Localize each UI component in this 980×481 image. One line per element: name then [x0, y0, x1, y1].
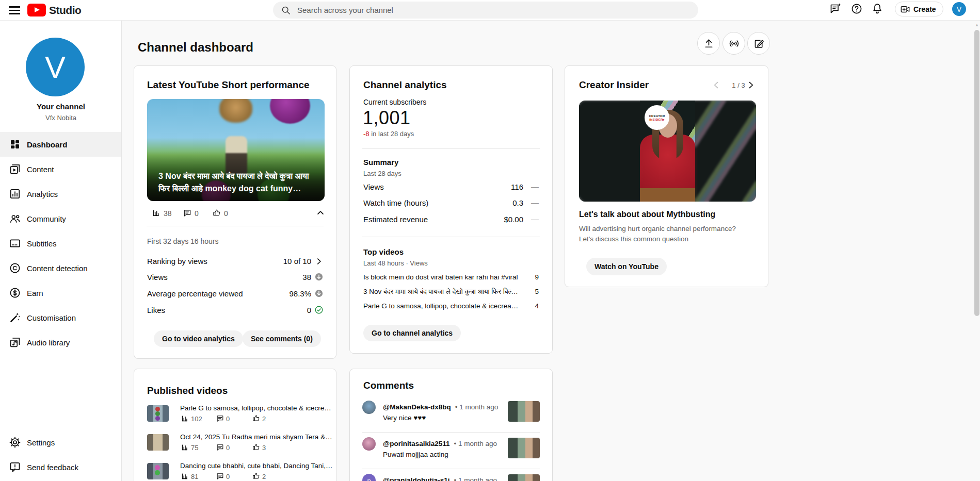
summary-row-value: $0.00 — [504, 215, 523, 224]
short-video-thumbnail[interactable]: 3 Nov बंदर मामा आये बंद पायजा ले देखो कु… — [147, 99, 325, 201]
commenter-avatar[interactable]: p — [362, 474, 376, 481]
divider — [147, 226, 324, 226]
metric-value: 0 — [307, 306, 311, 314]
account-avatar[interactable]: V — [952, 2, 966, 16]
youtube-play-icon — [27, 4, 46, 16]
create-button[interactable]: Create — [895, 2, 943, 16]
commenter-name[interactable]: @pranjaldohutia-s1j• 1 month ago — [383, 476, 497, 481]
no-change-dash: — — [531, 182, 539, 191]
insider-video-title: Let's talk about about Mythbusting — [579, 210, 715, 219]
chevron-left-icon[interactable] — [711, 80, 721, 90]
studio-logo[interactable]: Studio — [27, 4, 81, 16]
subtitles-icon — [9, 237, 21, 250]
go-live-icon — [728, 38, 740, 49]
page-title: Channel dashboard — [138, 40, 253, 55]
chevron-up-icon[interactable] — [315, 208, 326, 218]
create-video-icon — [900, 4, 910, 14]
sidebar-item-customisation[interactable]: Customisation — [0, 305, 121, 330]
content-icon — [9, 163, 21, 175]
no-change-dash: — — [531, 198, 539, 207]
channel-avatar[interactable]: V — [26, 38, 85, 96]
top-video-row[interactable]: Parle G to samosa, lollipop, chocolate &… — [363, 302, 523, 310]
sidebar-item-audio-library[interactable]: Audio library — [0, 330, 121, 355]
search-input[interactable] — [297, 6, 698, 14]
edit-icon — [753, 38, 765, 49]
upload-icon — [703, 38, 715, 49]
comment-video-thumbnail[interactable] — [508, 401, 540, 422]
check-circle-icon — [314, 305, 324, 314]
summary-title: Summary — [363, 158, 398, 167]
sidebar-item-subtitles[interactable]: Subtitles — [0, 231, 121, 256]
commenter-avatar[interactable] — [362, 437, 376, 451]
scrollbar-thumb[interactable] — [974, 30, 979, 316]
published-video-row[interactable]: Dancing cute bhabhi, cute bhabi, Dancing… — [134, 463, 337, 481]
channel-analytics-card: Channel analytics Current subscribers 1,… — [349, 65, 553, 354]
chevron-right-icon[interactable] — [314, 257, 324, 266]
scrollbar-up-arrow[interactable]: ▲ — [974, 23, 979, 28]
insider-video-description: Will advertising hurt organic channel pe… — [579, 224, 749, 244]
video-title: Dancing cute bhabhi, cute bhabi, Dancing… — [180, 462, 333, 470]
down-arrow-circle-icon — [314, 272, 324, 281]
go-to-channel-analytics-button[interactable]: Go to channel analytics — [363, 325, 461, 341]
top-video-views: 9 — [535, 273, 539, 281]
short-period-label: First 32 days 16 hours — [147, 237, 219, 245]
notifications-icon[interactable] — [871, 3, 883, 15]
sidebar-item-earn[interactable]: Earn — [0, 280, 121, 305]
no-change-dash: — — [531, 214, 539, 223]
creator-insider-card: Creator Insider 1 / 3 CREATOR INSIDER▸ L… — [565, 65, 768, 287]
thumb-up-icon — [213, 209, 221, 217]
go-to-video-analytics-button[interactable]: Go to video analytics — [154, 330, 243, 347]
see-comments-button[interactable]: See comments (0) — [243, 330, 321, 347]
dashboard-icon — [9, 138, 21, 151]
metric-value: 10 of 10 — [283, 257, 311, 266]
upload-videos-button[interactable] — [697, 32, 720, 55]
video-thumbnail — [147, 463, 169, 479]
comment-icon — [216, 443, 224, 451]
community-icon — [9, 212, 21, 225]
feedback-sparkle-icon[interactable] — [829, 3, 842, 15]
card-title: Channel analytics — [363, 79, 447, 91]
top-video-row[interactable]: Is block mein do dost viral baten kar ra… — [363, 273, 523, 281]
thumb-up-icon — [252, 414, 260, 422]
commenter-avatar[interactable] — [362, 401, 376, 414]
comment-text: Very nice ♥♥♥ — [383, 414, 426, 422]
card-title: Creator Insider — [579, 79, 649, 91]
create-post-button[interactable] — [747, 32, 770, 55]
video-likes: 3 — [262, 444, 266, 452]
published-video-row[interactable]: Oct 24, 2025 Tu Radha meri mia shyam Ter… — [134, 434, 337, 461]
commenter-name[interactable]: @porinitasaikia2511• 1 month ago — [383, 440, 497, 447]
insider-video-thumbnail[interactable]: CREATOR INSIDER▸ — [579, 101, 756, 202]
short-video-title: 3 Nov बंदर मामा आये बंद पायजा ले देखो कु… — [158, 170, 316, 195]
chevron-right-icon[interactable] — [746, 80, 756, 90]
comment-text: Puwati mojjjaa acting — [383, 451, 448, 458]
subscribers-count: 1,001 — [363, 107, 411, 129]
analytics-icon — [9, 188, 21, 200]
sidebar-item-community[interactable]: Community — [0, 206, 121, 231]
short-comments-count: 0 — [195, 209, 199, 218]
watch-on-youtube-button[interactable]: Watch on YouTube — [586, 258, 667, 275]
sidebar-item-settings[interactable]: Settings — [0, 430, 121, 455]
sidebar-item-analytics[interactable]: Analytics — [0, 181, 121, 206]
comment-video-thumbnail[interactable] — [508, 474, 540, 481]
dollar-icon — [9, 287, 21, 299]
top-bar: Studio Create V — [0, 0, 980, 21]
sidebar-item-send-feedback[interactable]: Send feedback — [0, 455, 121, 479]
top-video-row[interactable]: 3 Nov बंदर मामा आये बंद पायजा ले देखो कु… — [363, 288, 523, 296]
sidebar-item-dashboard[interactable]: Dashboard — [0, 132, 121, 157]
gear-icon — [9, 436, 21, 449]
published-video-row[interactable]: Parle G to samosa, lollipop, chocolate &… — [134, 405, 337, 432]
help-icon[interactable] — [850, 3, 863, 15]
sidebar-item-content[interactable]: Content — [0, 157, 121, 181]
go-live-button[interactable] — [722, 32, 745, 55]
comment-video-thumbnail[interactable] — [508, 438, 540, 458]
search-icon — [281, 5, 291, 15]
commenter-name[interactable]: @MakanDeka-dx8bq• 1 month ago — [383, 403, 498, 411]
top-videos-period: Last 48 hours · Views — [363, 259, 428, 267]
menu-icon[interactable] — [7, 4, 22, 16]
video-comments: 0 — [226, 415, 230, 423]
comment-icon — [216, 414, 224, 422]
metric-label: Views — [147, 273, 168, 281]
comment-time: • 1 month ago — [455, 403, 499, 411]
divider — [362, 237, 540, 237]
sidebar-item-content-detection[interactable]: Content detection — [0, 256, 121, 280]
